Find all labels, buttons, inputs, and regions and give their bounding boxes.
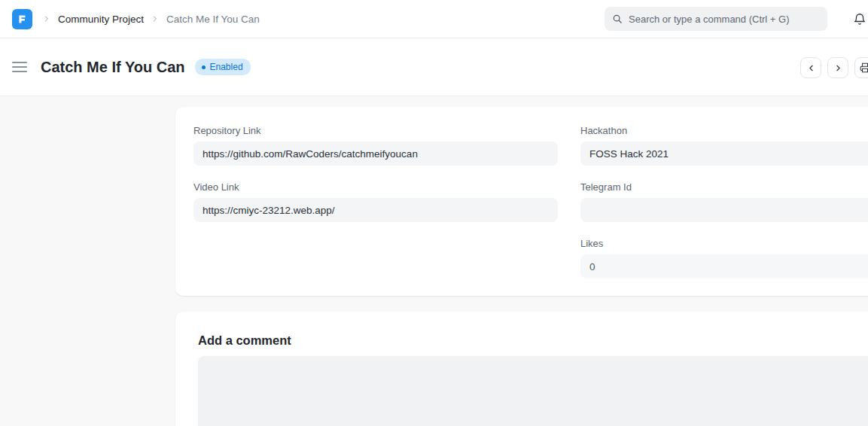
previous-document-button[interactable] (800, 57, 821, 78)
search-input[interactable] (629, 14, 820, 25)
breadcrumb-item-community-project[interactable]: Community Project (58, 14, 144, 25)
field-repository-link: Repository Link (193, 125, 558, 166)
form-left-column: Repository Link Video Link (193, 125, 558, 294)
chevron-right-icon (833, 63, 843, 73)
video-link-input[interactable] (193, 198, 558, 222)
likes-input[interactable] (580, 254, 868, 278)
field-label: Video Link (193, 181, 558, 193)
comment-input[interactable] (198, 356, 868, 426)
global-search[interactable] (605, 7, 827, 31)
field-likes: Likes (580, 238, 868, 278)
status-badge-label: Enabled (210, 62, 243, 72)
add-comment-heading: Add a comment (198, 333, 868, 348)
field-label: Hackathon (580, 125, 868, 136)
chevron-right-icon (151, 14, 160, 23)
hamburger-icon (12, 62, 27, 63)
status-dot-icon (202, 65, 206, 69)
telegram-id-input[interactable] (580, 198, 868, 222)
details-form-card: Repository Link Video Link Hackathon Tel (175, 107, 868, 296)
field-label: Telegram Id (580, 181, 868, 193)
breadcrumb: Community Project Catch Me If You Can (42, 14, 260, 25)
field-video-link: Video Link (193, 181, 558, 222)
field-hackathon: Hackathon (580, 125, 868, 166)
form-right-column: Hackathon Telegram Id Likes (580, 125, 868, 294)
sidebar-toggle-button[interactable] (12, 62, 27, 72)
field-label: Likes (580, 238, 868, 249)
field-label: Repository Link (193, 125, 558, 136)
chevron-left-icon (806, 63, 816, 73)
form-grid: Repository Link Video Link Hackathon Tel (193, 125, 868, 294)
print-button[interactable] (854, 57, 868, 78)
frappe-logo-icon (17, 14, 28, 25)
top-navbar: Community Project Catch Me If You Can (0, 0, 868, 38)
navbar-right (605, 7, 866, 31)
notifications-button[interactable] (852, 11, 867, 27)
hamburger-icon (12, 66, 27, 68)
breadcrumb-item-current: Catch Me If You Can (166, 14, 260, 25)
status-badge: Enabled (195, 59, 251, 75)
app-window: Community Project Catch Me If You Can (0, 0, 868, 426)
app-logo[interactable] (12, 9, 32, 29)
bell-icon (853, 12, 866, 26)
page-title: Catch Me If You Can (41, 59, 185, 76)
main-content: Repository Link Video Link Hackathon Tel (0, 96, 868, 426)
repository-link-input[interactable] (193, 141, 558, 166)
comment-card: Add a comment (175, 312, 868, 426)
printer-icon (860, 62, 868, 73)
field-telegram-id: Telegram Id (580, 181, 868, 222)
chevron-right-icon (42, 14, 51, 23)
search-icon (612, 14, 623, 24)
next-document-button[interactable] (827, 57, 848, 78)
page-header: Catch Me If You Can Enabled (0, 38, 868, 96)
hackathon-input[interactable] (580, 141, 868, 166)
hamburger-icon (12, 71, 27, 72)
header-actions (800, 57, 868, 78)
